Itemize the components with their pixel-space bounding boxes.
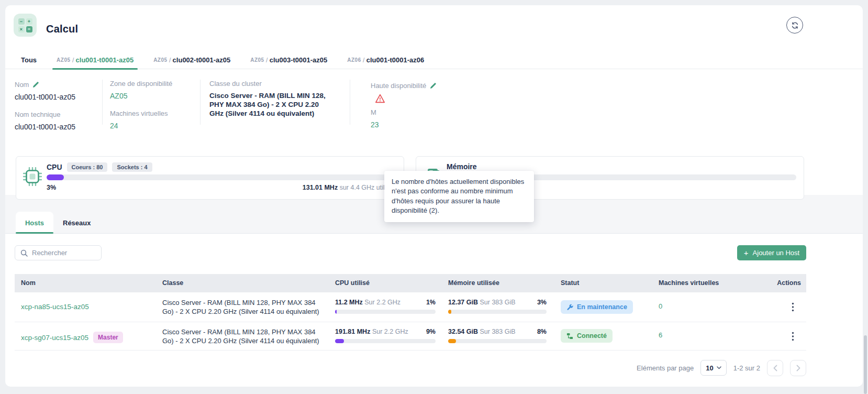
memory-bar-fill <box>448 339 456 343</box>
tab-separator: / <box>168 57 173 64</box>
host-vms-count[interactable]: 6 <box>659 331 662 339</box>
table-header: Nom Classe CPU utilisé Mémoire utilisée … <box>15 274 806 292</box>
vm-count-value: 24 <box>110 122 172 130</box>
calc-plus-key: + <box>26 18 32 25</box>
host-cpu-text: 11.2 MHz Sur 2.2 GHz 1% <box>335 299 436 306</box>
host-name-cell: xcp-na85-ucs15-az05 <box>21 303 89 311</box>
cpu-usage-value: 131.01 MHz <box>303 184 338 191</box>
edit-ha-icon[interactable] <box>430 82 437 89</box>
row-actions-menu[interactable] <box>786 330 799 343</box>
col-header-nom: Nom <box>21 274 36 292</box>
col-header-actions: Actions <box>769 274 801 292</box>
cpu-gauge-footer: 3% 131.01 MHz sur 4.4 GHz utilisés <box>47 184 396 191</box>
cpu-bar <box>335 310 436 314</box>
tab-reseaux[interactable]: Réseaux <box>58 212 96 234</box>
nom-label: Nom <box>15 81 29 89</box>
info-col-nom: Nom clu001-t0001-az05 Nom technique clu0… <box>15 81 75 131</box>
host-link[interactable]: xcp-sg07-ucs15-az05 <box>21 334 88 342</box>
col-header-statut: Statut <box>561 274 579 292</box>
page-range-label: 1-2 sur 2 <box>733 364 760 372</box>
cpu-total: Sur 2.2 GHz <box>363 299 400 306</box>
cluster-tab-clu003-t0001-az05[interactable]: AZ05 / clu003-t0001-az05 <box>250 51 327 69</box>
host-memory-text: 12.37 GiB Sur 383 GiB 3% <box>448 299 547 306</box>
host-cpu-cell: 11.2 MHz Sur 2.2 GHz 1% <box>335 299 436 314</box>
nom-value: clu001-t0001-az05 <box>15 93 75 101</box>
cluster-tab-label: clu002-t0001-az05 <box>173 56 231 64</box>
host-link[interactable]: xcp-na85-ucs15-az05 <box>21 303 89 311</box>
host-vms-count[interactable]: 0 <box>659 302 662 310</box>
row-actions-menu[interactable] <box>786 301 799 313</box>
refresh-button[interactable] <box>786 17 803 34</box>
edit-nom-icon[interactable] <box>32 81 39 88</box>
kebab-icon <box>792 302 794 312</box>
ha-label-row: Haute disponibilité <box>371 82 437 90</box>
memory-total: Sur 383 GiB <box>478 299 516 306</box>
cluster-tab-tous[interactable]: Tous <box>21 51 37 69</box>
scrollbar-thumb[interactable] <box>864 335 867 394</box>
cluster-tabs: Tous AZ05 / clu001-t0001-az05 AZ05 / clu… <box>5 51 863 69</box>
cpu-usage-bar <box>47 174 396 180</box>
nom-technique-label: Nom technique <box>15 111 75 118</box>
table-row: xcp-sg07-ucs15-az05 Master Cisco Server … <box>15 322 806 351</box>
page-title: Calcul <box>46 23 78 35</box>
az-label: AZ06 <box>347 57 361 63</box>
truncated-label: M <box>371 108 437 116</box>
host-cpu-cell: 191.81 MHz Sur 2.2 GHz 9% <box>335 328 436 343</box>
info-divider <box>350 80 350 125</box>
memory-bar-fill <box>448 310 451 314</box>
nom-label-row: Nom <box>15 81 75 89</box>
info-col-classe: Classe du cluster Cisco Server - RAM (BI… <box>209 80 326 118</box>
cluster-info-panel: Nom clu001-t0001-az05 Nom technique clu0… <box>5 73 863 132</box>
cpu-gauge-header: CPU Coeurs : 80 Sockets : 4 <box>47 162 152 172</box>
pagination: Eléments par page 10 1-2 sur 2 <box>581 359 806 376</box>
next-page-button[interactable] <box>790 360 806 376</box>
main-card: − + × = Calcul Tous AZ05 / clu001-t0001-… <box>5 5 863 387</box>
page-size-select[interactable]: 10 <box>700 360 726 376</box>
ha-warning-icon[interactable] <box>375 94 437 105</box>
kebab-icon <box>792 332 794 341</box>
ha-label: Haute disponibilité <box>371 82 426 90</box>
zone-value: AZ05 <box>110 92 172 100</box>
memory-gauge-header: Mémoire <box>447 162 477 171</box>
host-status-cell: Connecté <box>561 329 613 343</box>
cluster-tab-clu001-t0001-az06[interactable]: AZ06 / clu001-t0001-az06 <box>347 51 424 69</box>
memory-used: 32.54 GiB <box>448 328 478 335</box>
status-badge: Connecté <box>561 329 613 343</box>
cpu-total: Sur 2.2 GHz <box>370 328 408 335</box>
host-name-cell: xcp-sg07-ucs15-az05 Master <box>21 332 123 343</box>
cpu-values: 11.2 MHz Sur 2.2 GHz <box>335 299 400 306</box>
memory-total: Sur 383 GiB <box>478 328 516 335</box>
add-host-button[interactable]: + Ajouter un Host <box>737 245 806 260</box>
col-header-machines-virtuelles: Machines virtuelles <box>659 274 719 292</box>
cluster-tab-label: clu001-t0001-az05 <box>76 56 134 64</box>
chevron-left-icon <box>773 365 777 371</box>
nom-technique-value: clu001-t0001-az05 <box>15 123 75 131</box>
host-cpu-text: 191.81 MHz Sur 2.2 GHz 9% <box>335 328 436 335</box>
chevron-down-icon <box>717 366 721 369</box>
col-header-memoire: Mémoire utilisée <box>448 274 499 292</box>
cpu-chip-icon <box>23 167 42 188</box>
previous-page-button[interactable] <box>767 360 783 376</box>
cluster-tab-clu002-t0001-az05[interactable]: AZ05 / clu002-t0001-az05 <box>153 51 230 69</box>
status-label: Connecté <box>577 332 607 340</box>
host-memory-text: 32.54 GiB Sur 383 GiB 8% <box>448 328 547 335</box>
memory-values: 12.37 GiB Sur 383 GiB <box>448 299 516 306</box>
memory-bar <box>448 310 547 314</box>
search-input[interactable] <box>32 249 90 257</box>
az-label: AZ05 <box>57 57 70 63</box>
tab-separator: / <box>264 57 270 64</box>
memory-values: 32.54 GiB Sur 383 GiB <box>448 328 516 335</box>
plus-icon: + <box>744 248 749 257</box>
tab-hosts[interactable]: Hosts <box>16 212 53 234</box>
cpu-used: 191.81 MHz <box>335 328 370 335</box>
refresh-icon <box>791 21 799 29</box>
search-icon <box>20 249 28 257</box>
host-search[interactable] <box>15 245 102 260</box>
cluster-tab-label: clu003-t0001-az05 <box>270 56 328 64</box>
memory-percent: 8% <box>537 328 547 335</box>
host-memory-cell: 32.54 GiB Sur 383 GiB 8% <box>448 328 547 343</box>
calc-multiply-key: × <box>18 26 25 32</box>
az-label: AZ05 <box>153 57 167 63</box>
cluster-tab-clu001-t0001-az05[interactable]: AZ05 / clu001-t0001-az05 <box>57 51 133 69</box>
host-memory-cell: 12.37 GiB Sur 383 GiB 3% <box>448 299 547 314</box>
